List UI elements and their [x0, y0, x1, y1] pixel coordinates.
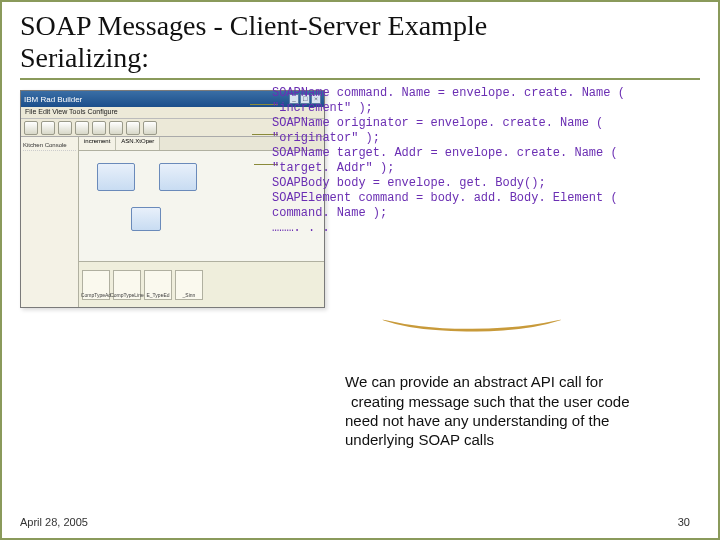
toolbar-button-icon — [58, 121, 72, 135]
left-panel-item: Kitchen Console — [23, 140, 76, 151]
canvas-node — [131, 207, 161, 231]
toolbar-button-icon — [143, 121, 157, 135]
body-text: We can provide an abstract API call for … — [345, 372, 685, 449]
toolbar-button-icon — [24, 121, 38, 135]
body-text-line: We can provide an abstract API call for — [345, 372, 685, 391]
palette-panel: CompTypeAd CompTypeLine E_TypeEd _Sinn — [79, 261, 324, 307]
slide-title-line1: SOAP Messages - Client-Server Example — [20, 10, 487, 41]
toolbar-button-icon — [109, 121, 123, 135]
slide-title-line2: Serializing: — [20, 42, 149, 73]
toolbar-button-icon — [75, 121, 89, 135]
body-text-line: need not have any understanding of the — [345, 411, 685, 430]
footer-date: April 28, 2005 — [20, 516, 88, 528]
footer-page-number: 30 — [678, 516, 690, 528]
palette-item: CompTypeAd — [82, 270, 110, 300]
palette-item: E_TypeEd — [144, 270, 172, 300]
toolbar-button-icon — [41, 121, 55, 135]
code-block: SOAPName command. Name = envelope. creat… — [272, 86, 702, 236]
palette-item: _Sinn — [175, 270, 203, 300]
canvas-node — [97, 163, 135, 191]
toolbar-button-icon — [92, 121, 106, 135]
toolbar-button-icon — [126, 121, 140, 135]
body-text-line: creating message such that the user code — [345, 392, 685, 411]
tab: ASN.XtOper — [116, 137, 160, 150]
body-text-line: underlying SOAP calls — [345, 430, 685, 449]
palette-item: CompTypeLine — [113, 270, 141, 300]
window-title: IBM Rad Builder — [24, 95, 82, 104]
left-panel: Kitchen Console — [21, 137, 79, 307]
tab: increment — [79, 137, 116, 150]
grouping-brace-icon: ︶ — [375, 302, 586, 360]
canvas-node — [159, 163, 197, 191]
